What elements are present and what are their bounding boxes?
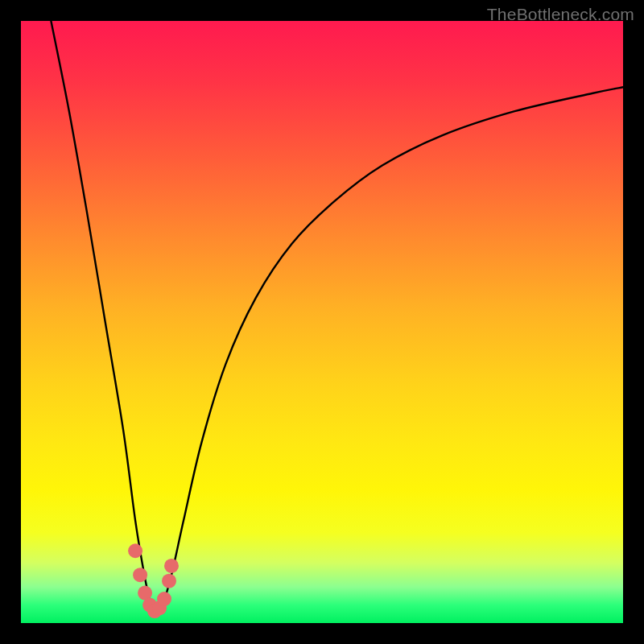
threshold-markers [128,543,179,618]
threshold-marker [162,574,176,588]
threshold-marker [164,559,179,573]
chart-svg [21,21,623,623]
plot-area [21,21,623,623]
watermark-text: TheBottleneck.com [487,5,634,24]
threshold-marker [128,543,142,558]
threshold-marker [133,568,147,582]
threshold-marker [157,592,171,606]
outer-frame: TheBottleneck.com [0,0,644,644]
bottleneck-curve [51,21,623,613]
